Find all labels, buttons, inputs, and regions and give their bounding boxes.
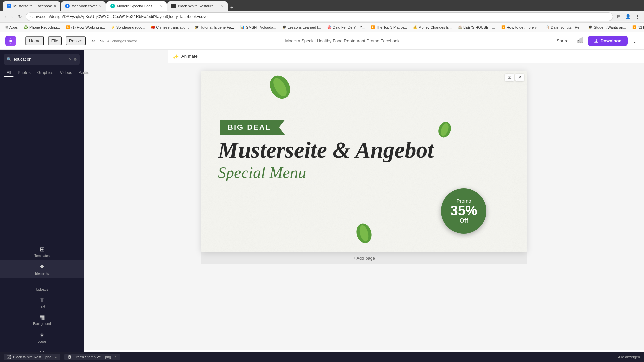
bookmark-favicon-1: ♻️: [24, 25, 28, 29]
bookmark-favicon-15: ▶️: [632, 25, 636, 29]
bookmark-3[interactable]: ⚡ Sonderangebot...: [108, 25, 147, 30]
search-tabs: All Photos Graphics Videos Audio: [0, 69, 84, 80]
bookmark-favicon-5: 🎓: [195, 25, 199, 29]
home-nav[interactable]: Home: [25, 36, 44, 45]
search-input[interactable]: [14, 57, 67, 62]
tab-photos[interactable]: Photos: [15, 69, 33, 77]
apps-icon: ⊞: [5, 25, 8, 29]
browser-actions: ⊞ 👤 ⋮: [615, 13, 641, 20]
file-icon-2: 🖼: [68, 355, 71, 359]
bookmark-8[interactable]: 🎯 Qing Fei De Yi - Y...: [325, 25, 368, 30]
tab-close-2[interactable]: ✕: [99, 4, 102, 8]
bookmark-7[interactable]: 🎓 Lessons Learned f...: [280, 25, 324, 30]
address-field[interactable]: [26, 12, 613, 21]
svg-point-0: [9, 40, 12, 42]
file-nav[interactable]: File: [48, 36, 62, 45]
search-filter-icon[interactable]: ⚙: [74, 57, 77, 62]
more-options-button[interactable]: ...: [630, 36, 639, 46]
tab-favicon-4: [171, 4, 176, 8]
background-icon: ▦: [39, 314, 45, 321]
search-box: 🔍 ✕ ⚙: [4, 54, 80, 65]
bookmark-11[interactable]: 🏠 LEE 'S HOUSE—...: [455, 25, 498, 30]
add-page-button[interactable]: + Add page: [347, 254, 380, 263]
forward-button[interactable]: ›: [10, 13, 15, 20]
sidebar-item-uploads[interactable]: ↑ Uploads: [0, 278, 84, 294]
bookmark-12[interactable]: ▶️ How to get more v...: [499, 25, 542, 30]
bookmark-10[interactable]: 💰 Money Changes E...: [410, 25, 454, 30]
download-button[interactable]: Download: [588, 36, 628, 46]
share-button[interactable]: Share: [553, 36, 573, 45]
tag-notch: [279, 120, 284, 134]
bookmark-favicon-4: 🇨🇳: [151, 25, 155, 29]
sidebar-item-templates[interactable]: ⊞ Templates: [0, 243, 84, 260]
resize-nav[interactable]: Resize: [66, 36, 86, 45]
tab-graphics[interactable]: Graphics: [35, 69, 56, 77]
browser-tab-bar: f Musterseite | Facebook ✕ f facebook co…: [0, 0, 644, 11]
tab-close-3[interactable]: ✕: [160, 4, 163, 8]
tab-videos[interactable]: Videos: [57, 69, 75, 77]
bookmark-apps[interactable]: ⊞ Apps: [3, 25, 20, 30]
bookmark-9[interactable]: ▶️ The Top 3 Platfor...: [368, 25, 410, 30]
bookmark-1[interactable]: ♻️ Phone Recycling...: [21, 25, 63, 30]
bookmark-favicon-11: 🏠: [458, 25, 462, 29]
sidebar-item-logos[interactable]: ◈ Logos: [0, 328, 84, 346]
brand: [5, 36, 16, 46]
canvas-scroll-area[interactable]: ⊡ ↗: [84, 63, 644, 350]
bookmark-14[interactable]: 🎓 Student Wants an...: [586, 25, 629, 30]
show-all-label[interactable]: Alle anzeigen: [618, 355, 640, 359]
undo-button[interactable]: ↩: [90, 37, 97, 45]
bookmark-6[interactable]: 📊 GMSN - Vologda...: [237, 25, 279, 30]
bookmark-2[interactable]: ▶️ (1) How Working a...: [63, 25, 108, 30]
animate-bar: ✨ Animate: [168, 50, 644, 63]
promo-badge-container[interactable]: Promo 35% Off: [441, 188, 486, 234]
tab-3[interactable]: C Modern Special Healthy Food... ✕: [106, 1, 167, 11]
search-results-area: [0, 80, 84, 243]
bookmark-favicon-13: 📋: [545, 25, 549, 29]
back-button[interactable]: ‹: [3, 13, 8, 20]
search-clear-icon[interactable]: ✕: [69, 57, 72, 62]
promo-percent: 35%: [450, 204, 477, 217]
sidebar: 🔍 ✕ ⚙ All Photos Graphics Videos Audio ⊞: [0, 50, 84, 362]
tab-1[interactable]: f Musterseite | Facebook ✕: [3, 1, 60, 11]
tab-close-1[interactable]: ✕: [54, 4, 56, 8]
animate-label[interactable]: Animate: [181, 54, 198, 59]
search-icon: 🔍: [7, 57, 12, 62]
promo-off: Off: [460, 217, 468, 224]
bookmark-favicon-12: ▶️: [501, 25, 505, 29]
bookmark-favicon-6: 📊: [240, 25, 244, 29]
tab-close-4[interactable]: ✕: [221, 4, 224, 8]
sidebar-item-background[interactable]: ▦ Background: [0, 311, 84, 328]
search-area: 🔍 ✕ ⚙: [0, 50, 84, 69]
profile-menu[interactable]: 👤: [624, 13, 632, 20]
file-item-1[interactable]: 🖼 Black White Rest....png ∧: [4, 354, 60, 360]
analytics-button[interactable]: [575, 35, 585, 46]
bookmark-15[interactable]: ▶️ (2) How To Add A...: [630, 25, 644, 30]
tab-all[interactable]: All: [4, 69, 14, 77]
copy-canvas-button[interactable]: ⊡: [505, 74, 514, 81]
file-item-2[interactable]: 🖼 Green Stamp Ve....png ∧: [64, 354, 120, 360]
headline-container[interactable]: Musterseite & Angebot Special Menu: [218, 138, 434, 182]
tab-2[interactable]: f facebook cover ✕: [61, 1, 106, 11]
big-deal-text: BIG DEAL: [228, 123, 271, 131]
bookmark-favicon-8: 🎯: [327, 25, 331, 29]
bookmarks-bar: ⊞ Apps ♻️ Phone Recycling... ▶️ (1) How …: [0, 23, 644, 32]
file-close-1[interactable]: ∧: [55, 355, 57, 359]
extensions-icon[interactable]: ⊞: [615, 13, 622, 20]
sidebar-nav: ⊞ Templates ❖ Elements ↑ Uploads T Text …: [0, 243, 84, 362]
undo-group: ↩ ↪ All changes saved: [90, 37, 137, 45]
file-close-2[interactable]: ∧: [114, 355, 117, 359]
bookmark-13[interactable]: 📋 Datenschutz - Re...: [543, 25, 585, 30]
new-tab-button[interactable]: +: [228, 5, 235, 11]
sidebar-item-text[interactable]: T Text: [0, 294, 84, 311]
sidebar-item-elements[interactable]: ❖ Elements: [0, 260, 84, 278]
expand-canvas-button[interactable]: ↗: [515, 74, 524, 81]
reload-button[interactable]: ↻: [16, 13, 24, 20]
canva-app: Home File Resize ↩ ↪ All changes saved M…: [0, 32, 644, 362]
big-deal-tag: BIG DEAL: [220, 120, 279, 135]
bookmark-5[interactable]: 🎓 Tutorial: Eigene Fa...: [192, 25, 237, 30]
bookmark-4[interactable]: 🇨🇳 Chinese translatio...: [148, 25, 191, 30]
redo-button[interactable]: ↪: [98, 37, 106, 45]
design-canvas[interactable]: ⊡ ↗: [201, 71, 527, 252]
tab-4[interactable]: Black White Restaurant Typo... ✕: [167, 1, 228, 11]
browser-menu[interactable]: ⋮: [634, 13, 641, 20]
